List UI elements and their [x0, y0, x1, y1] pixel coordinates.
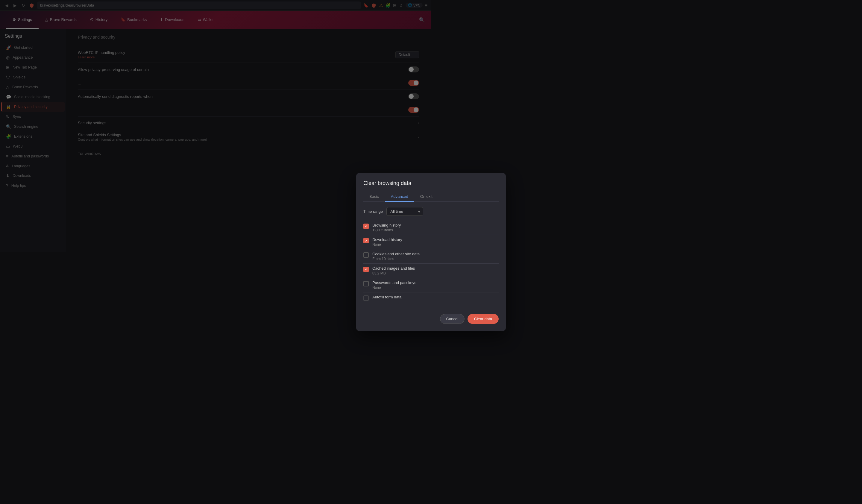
checkbox-download-history: Download history None — [363, 235, 431, 249]
checkbox-list: Browsing history 12,805 items Download h… — [363, 221, 431, 252]
time-range-row: Time range All time Last hour Last 24 ho… — [363, 207, 431, 216]
cookies-label: Cookies and other site data — [372, 252, 420, 252]
browsing-history-checkbox[interactable] — [363, 224, 369, 229]
browsing-history-label: Browsing history — [372, 223, 401, 227]
modal-tabs: Basic Advanced On exit — [363, 192, 431, 202]
time-range-label: Time range — [363, 209, 383, 214]
tab-advanced[interactable]: Advanced — [385, 192, 414, 202]
tab-basic[interactable]: Basic — [363, 192, 385, 202]
download-history-sublabel: None — [372, 242, 402, 247]
time-range-select[interactable]: All time Last hour Last 24 hours Last 7 … — [387, 207, 423, 216]
tab-on-exit[interactable]: On exit — [414, 192, 431, 202]
browsing-history-sublabel: 12,805 items — [372, 228, 401, 232]
download-history-label: Download history — [372, 237, 402, 242]
time-range-select-wrapper: All time Last hour Last 24 hours Last 7 … — [387, 207, 423, 216]
checkbox-browsing-history: Browsing history 12,805 items — [363, 221, 431, 235]
modal-title: Clear browsing data — [363, 180, 431, 186]
checkbox-cookies: Cookies and other site data From 10 site… — [363, 249, 431, 252]
modal-backdrop[interactable]: Clear browsing data Basic Advanced On ex… — [0, 0, 431, 252]
clear-browsing-data-modal: Clear browsing data Basic Advanced On ex… — [356, 173, 431, 252]
download-history-checkbox[interactable] — [363, 238, 369, 243]
